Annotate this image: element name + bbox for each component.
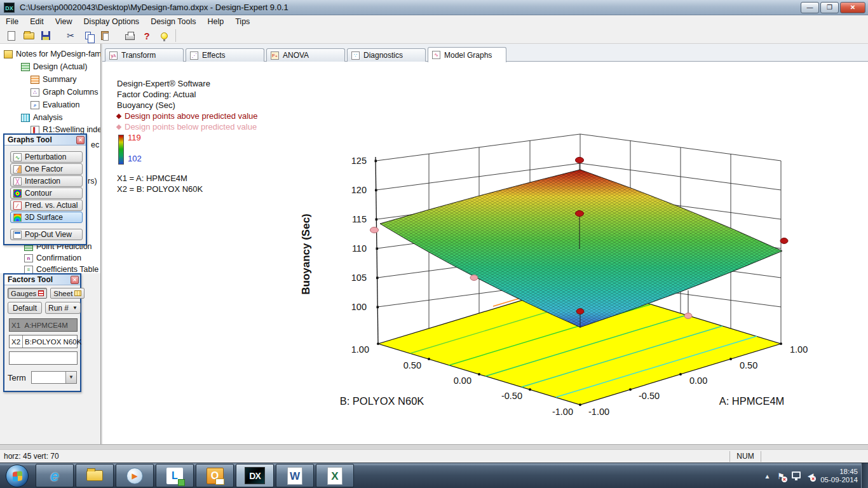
tab-anova[interactable]: F₊ ANOVA: [266, 48, 345, 62]
taskbar-windows-explorer-button[interactable]: [76, 464, 114, 487]
factors-tool-titlebar[interactable]: Factors Tool ✕: [4, 274, 80, 285]
print-icon[interactable]: [122, 29, 137, 42]
x2-factor-field[interactable]: X2 B:POLYOX N60K: [9, 335, 78, 348]
tab-effects[interactable]: ⋰ Effects: [186, 48, 264, 62]
scale-min: 102: [128, 153, 142, 164]
restore-button[interactable]: ❐: [820, 2, 839, 13]
above-point-icon: [116, 113, 121, 118]
pred-vs-actual-button[interactable]: ∕ Pred. vs. Actual: [10, 200, 83, 211]
contour-button[interactable]: Contour: [10, 187, 83, 199]
menu-tips[interactable]: Tips: [235, 17, 250, 26]
svg-text:105: 105: [351, 273, 367, 283]
close-icon[interactable]: ✕: [76, 136, 85, 144]
windows-flag-icon: [13, 471, 22, 482]
taskbar-lync-button[interactable]: L: [156, 464, 194, 487]
one-factor-button[interactable]: ∕ One Factor: [10, 163, 83, 175]
menu-design-tools[interactable]: Design Tools: [151, 17, 196, 26]
analysis-table-icon: [21, 114, 30, 122]
menu-file[interactable]: File: [6, 17, 18, 26]
graphs-tool-titlebar[interactable]: Graphs Tool ✕: [4, 135, 86, 146]
menu-edit[interactable]: Edit: [30, 17, 44, 26]
cursor-position: horz: 45 vert: 70: [0, 452, 59, 461]
perturbation-button[interactable]: ∿ Perturbation: [10, 151, 83, 163]
sidebar: Notes for MyDesign-famo Design (Actual) …: [0, 44, 100, 444]
tab-strip: yλ Transform ⋰ Effects F₊ ANOVA ∵ Diagno…: [102, 44, 868, 62]
tab-transform[interactable]: yλ Transform: [105, 48, 184, 62]
svg-text:-0.50: -0.50: [639, 391, 660, 401]
copy-icon[interactable]: [80, 29, 95, 42]
alert-badge-icon: ✕: [782, 477, 787, 482]
term-label: Term: [8, 373, 26, 383]
taskbar-word-button[interactable]: W: [276, 464, 314, 487]
tab-diagnostics[interactable]: ∵ Diagnostics: [347, 48, 426, 62]
tab-model-graphs[interactable]: ∿ Model Graphs: [428, 47, 506, 62]
tree-summary[interactable]: Summary: [31, 74, 100, 85]
tree-analysis[interactable]: Analysis: [21, 112, 100, 123]
b-axis-label: B: POLYOX N60K: [340, 395, 424, 407]
gauges-tab[interactable]: Gauges: [8, 288, 47, 299]
empty-factor-field[interactable]: [9, 351, 78, 365]
svg-text:100: 100: [351, 302, 367, 312]
default-button[interactable]: Default: [8, 302, 42, 314]
interaction-button[interactable]: ╳ Interaction: [10, 175, 83, 187]
svg-text:-0.50: -0.50: [501, 391, 522, 401]
taskbar-outlook-button[interactable]: O: [196, 464, 234, 487]
svg-text:0.50: 0.50: [403, 360, 421, 370]
close-icon[interactable]: ✕: [71, 276, 79, 284]
start-button[interactable]: [6, 464, 29, 487]
coefficients-table-icon: ≡: [24, 266, 33, 274]
paste-icon[interactable]: [97, 29, 112, 42]
taskbar-internet-explorer-button[interactable]: e: [36, 464, 74, 487]
tree-graph-columns[interactable]: ∴ Graph Columns: [31, 87, 100, 97]
window-bottom-edge: [0, 444, 868, 449]
close-button[interactable]: ✕: [840, 2, 865, 13]
outlook-icon: O: [207, 468, 224, 484]
num-lock-indicator: NUM: [729, 451, 761, 462]
windows-explorer-icon: [86, 470, 103, 481]
open-folder-icon[interactable]: [21, 29, 36, 42]
design-expert-window: DX C:\Users\p00020043\Desktop\MyDesign-f…: [0, 0, 868, 488]
graphs-tool-palette: Graphs Tool ✕ ∿ Perturbation ∕ One Facto…: [3, 133, 87, 245]
legend-x2: X2 = B: POLYOX N60K: [117, 184, 258, 194]
legend-x1: X1 = A: HPMCE4M: [117, 173, 258, 184]
tree-confirmation[interactable]: n Confirmation: [24, 253, 100, 263]
perturbation-icon: ∿: [13, 153, 22, 161]
tree-evaluation[interactable]: ⌕ Evaluation: [31, 100, 100, 110]
term-dropdown[interactable]: ▼: [31, 371, 77, 384]
3d-surface-button[interactable]: 3D Surface: [10, 212, 83, 223]
menu-help[interactable]: Help: [207, 17, 224, 26]
pop-out-view-icon: [13, 231, 22, 239]
tree-notes[interactable]: Notes for MyDesign-famo: [4, 49, 100, 59]
tray-chevron-icon[interactable]: ▲: [764, 473, 770, 480]
diagnostics-icon: ∵: [351, 51, 360, 60]
show-desktop-button[interactable]: [861, 463, 868, 488]
x1-factor-field[interactable]: X1 A:HPMCE4M: [9, 318, 78, 332]
minimize-button[interactable]: —: [801, 2, 819, 13]
taskbar-media-player-button[interactable]: ▶: [116, 464, 154, 487]
run-number-button[interactable]: Run # ▼: [45, 302, 81, 314]
help-icon[interactable]: ?: [139, 29, 154, 42]
interaction-icon: ╳: [13, 177, 22, 186]
tree-design-actual[interactable]: Design (Actual): [21, 62, 100, 72]
cut-icon[interactable]: ✂: [63, 29, 78, 42]
svg-text:0.00: 0.00: [454, 376, 471, 386]
menu-display-options[interactable]: Display Options: [84, 17, 140, 26]
tips-bulb-icon[interactable]: [156, 29, 172, 42]
system-tray: ▲ ⚑✕ ◀✕ 18:45 05-09-2014: [764, 463, 858, 488]
new-file-icon[interactable]: [4, 29, 19, 42]
z-axis: [376, 157, 378, 344]
menu-view[interactable]: View: [55, 17, 72, 26]
svg-text:0.50: 0.50: [740, 360, 757, 370]
network-icon[interactable]: [792, 471, 801, 478]
taskbar-excel-button[interactable]: X: [316, 464, 354, 487]
sheet-tab[interactable]: Sheet: [50, 288, 85, 299]
svg-text:110: 110: [352, 243, 367, 254]
save-icon[interactable]: [38, 29, 53, 42]
tray-clock[interactable]: 18:45 05-09-2014: [820, 468, 858, 484]
action-center-flag-icon[interactable]: ⚑✕: [777, 471, 785, 481]
toolbar: ✂ ?: [0, 28, 868, 44]
taskbar-design-expert-button[interactable]: DX: [236, 464, 274, 487]
effects-icon: ⋰: [190, 51, 198, 60]
volume-icon[interactable]: ◀✕: [808, 471, 813, 480]
pop-out-view-button[interactable]: Pop-Out View: [10, 229, 83, 240]
